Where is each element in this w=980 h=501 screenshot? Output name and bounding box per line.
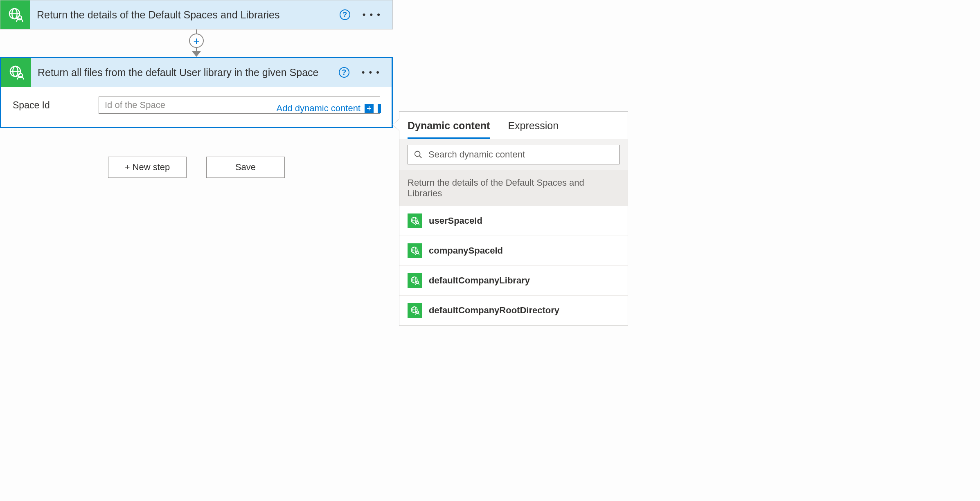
new-step-button[interactable]: + New step bbox=[108, 157, 187, 178]
cursor-icon bbox=[378, 104, 381, 113]
dc-search bbox=[408, 145, 620, 164]
popup-arrow-icon bbox=[393, 119, 399, 130]
more-icon[interactable]: • • • bbox=[362, 67, 380, 78]
step-header[interactable]: Return all files from the default User l… bbox=[1, 58, 392, 87]
step-card-return-defaults[interactable]: Return the details of the Default Spaces… bbox=[0, 0, 393, 29]
dc-item-userSpaceId[interactable]: userSpaceId bbox=[399, 206, 628, 236]
globe-icon bbox=[8, 64, 25, 81]
search-icon bbox=[414, 150, 423, 159]
connector-icon bbox=[408, 243, 422, 258]
dc-item-label: companySpaceId bbox=[429, 245, 503, 256]
connector-icon bbox=[408, 213, 422, 228]
connector-icon bbox=[408, 303, 422, 318]
dc-item-label: defaultCompanyLibrary bbox=[429, 275, 530, 286]
tab-dynamic-content[interactable]: Dynamic content bbox=[408, 120, 490, 139]
globe-icon bbox=[410, 246, 420, 256]
tab-expression[interactable]: Expression bbox=[508, 120, 559, 139]
dynamic-content-panel: Dynamic content Expression Return the de… bbox=[399, 111, 628, 326]
connector-icon bbox=[408, 273, 422, 288]
insert-step-button[interactable]: + bbox=[189, 34, 204, 48]
dc-item-label: userSpaceId bbox=[429, 216, 482, 226]
step-title: Return all files from the default User l… bbox=[31, 67, 339, 79]
step-title: Return the details of the Default Spaces… bbox=[30, 9, 340, 21]
connector-icon bbox=[0, 0, 30, 29]
step-card-return-files[interactable]: Return all files from the default User l… bbox=[0, 57, 393, 128]
globe-icon bbox=[410, 276, 420, 285]
add-dynamic-content-button[interactable]: Add dynamic content bbox=[277, 103, 381, 114]
globe-icon bbox=[410, 216, 420, 226]
dc-item-defaultCompanyRootDirectory[interactable]: defaultCompanyRootDirectory bbox=[399, 296, 628, 326]
globe-icon bbox=[7, 7, 24, 23]
dc-section-title: Return the details of the Default Spaces… bbox=[399, 170, 628, 206]
connector-icon bbox=[1, 58, 31, 87]
dc-tabs: Dynamic content Expression bbox=[399, 112, 628, 139]
help-icon[interactable]: ? bbox=[340, 9, 350, 20]
save-button[interactable]: Save bbox=[206, 157, 285, 178]
dc-list: userSpaceId companySpaceId defaultCompan… bbox=[399, 206, 628, 326]
step-header[interactable]: Return the details of the Default Spaces… bbox=[0, 0, 392, 29]
dc-search-input[interactable] bbox=[428, 149, 613, 160]
add-dynamic-content-label: Add dynamic content bbox=[277, 103, 360, 114]
dc-item-defaultCompanyLibrary[interactable]: defaultCompanyLibrary bbox=[399, 266, 628, 296]
dc-item-companySpaceId[interactable]: companySpaceId bbox=[399, 236, 628, 266]
step-connector: + bbox=[0, 29, 393, 57]
arrow-down-icon bbox=[192, 51, 201, 57]
globe-icon bbox=[410, 306, 420, 315]
more-icon[interactable]: • • • bbox=[363, 9, 381, 20]
dc-item-label: defaultCompanyRootDirectory bbox=[429, 305, 559, 316]
param-label: Space Id bbox=[13, 100, 99, 111]
plus-icon bbox=[365, 104, 374, 113]
help-icon[interactable]: ? bbox=[339, 67, 349, 78]
step-body: Space Id Add dynamic content bbox=[1, 87, 392, 127]
